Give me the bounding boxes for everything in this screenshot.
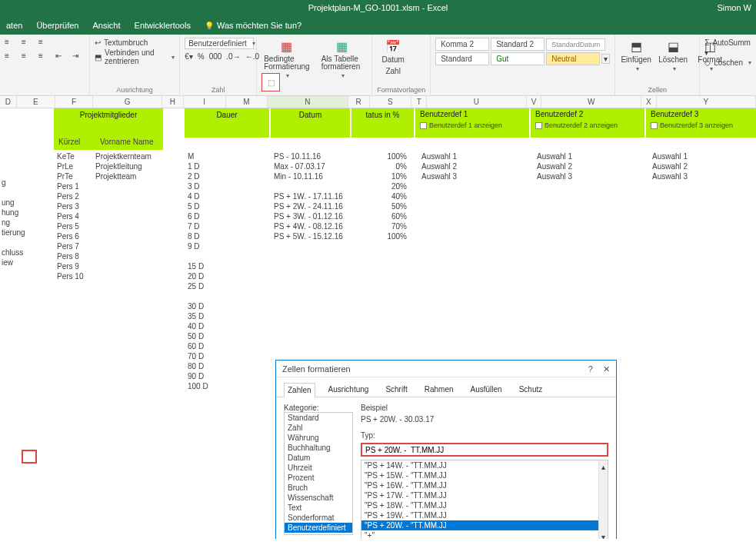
scroll-up-icon[interactable]: ▴ (601, 462, 605, 472)
kategorie-label: Kategorie: (284, 404, 353, 412)
autosum-button[interactable]: ΣAutoSumm (704, 38, 751, 48)
leftcol-cells: gunghungngtierungchlussiew (2, 178, 25, 268)
delete-cells-button[interactable]: ⬓Löschen (657, 38, 689, 74)
style-gallery-more-icon[interactable]: ▾ (601, 54, 610, 64)
style-standard[interactable]: Standard (435, 52, 489, 65)
col-T[interactable]: T (411, 96, 427, 108)
type-list[interactable]: "PS + 14W. - "TT.MM.JJ "PS + 15W. - "TT.… (361, 460, 608, 539)
checkbox-bd3[interactable] (651, 122, 658, 129)
group-label-styles: Formatvorlagen (377, 85, 425, 94)
tab-schutz[interactable]: Schutz (515, 382, 547, 397)
tab-schrift[interactable]: Schrift (381, 382, 411, 397)
tab-daten[interactable]: aten (6, 21, 22, 30)
conditional-formatting-icon: ▦ (281, 39, 292, 54)
column-headers[interactable]: D E F G H I M N R S T U V W X Y (0, 96, 756, 108)
tab-ausfullen[interactable]: Ausfüllen (467, 382, 506, 397)
align-bottom-icon[interactable]: ≡ (38, 38, 51, 50)
tab-ausrichtung[interactable]: Ausrichtung (325, 382, 373, 397)
wrap-text-button[interactable]: ↩Textumbruch (95, 38, 175, 48)
tab-uberprufen[interactable]: Überprüfen (36, 21, 78, 30)
kurzel-cells: KeTePrLePrTePers 1Pers 2Pers 3Pers 4Pers… (57, 151, 83, 281)
style-standard2[interactable]: Standard 2 (491, 38, 545, 51)
style-neutral[interactable]: Neutral (546, 52, 600, 65)
format-cells-dialog: Zellen formatieren ? ✕ Zahlen Ausrichtun… (275, 360, 617, 539)
col-E[interactable]: E (17, 96, 55, 108)
header-bd1: Benutzerdef 1 (415, 108, 529, 120)
bd1-cells: Auswahl 1Auswahl 2Auswahl 3 (421, 151, 457, 181)
col-S[interactable]: S (370, 96, 412, 108)
indent-decrease-icon[interactable]: ⇤ (55, 52, 68, 64)
typ-input[interactable] (361, 443, 608, 457)
align-right-icon[interactable]: ≡ (38, 52, 51, 64)
merge-icon: ⬒ (95, 53, 102, 61)
delete-icon: ⬓ (668, 39, 679, 54)
col-U[interactable]: U (427, 96, 526, 108)
col-F[interactable]: F (55, 96, 94, 108)
dialog-titlebar[interactable]: Zellen formatieren ? ✕ (276, 361, 616, 377)
col-V[interactable]: V (527, 96, 542, 108)
beispiel-value: PS + 20W. - 30.03.17 (361, 415, 608, 424)
insert-cells-button[interactable]: ⬒Einfügen (620, 38, 652, 74)
col-M[interactable]: M (226, 96, 268, 108)
worksheet-grid[interactable]: Projektmitglieder Dauer Datum tatus in %… (0, 108, 756, 539)
col-D[interactable]: D (0, 96, 17, 108)
style-komma2[interactable]: Komma 2 (435, 38, 489, 51)
help-icon[interactable]: ? (588, 364, 593, 374)
header-datum: Datum (271, 108, 350, 119)
group-label-number: Zahl (185, 85, 251, 94)
type-list-scrollbar[interactable]: ▴▾ (598, 460, 608, 539)
tab-zahlen[interactable]: Zahlen (284, 383, 315, 397)
table-icon: ▦ (336, 39, 348, 54)
header-projektmitglieder: Projektmitglieder (54, 108, 163, 119)
col-G[interactable]: G (93, 96, 162, 108)
indent-increase-icon[interactable]: ⇥ (72, 52, 85, 64)
col-X[interactable]: X (641, 96, 657, 108)
ribbon-tabs: aten Überprüfen Ansicht Entwicklertools … (0, 15, 756, 35)
increase-decimal-icon[interactable]: .0→ (226, 52, 240, 61)
currency-icon[interactable]: €▾ (185, 52, 193, 61)
bd3-cells: Auswahl 1Auswahl 2Auswahl 3 (652, 151, 688, 181)
align-top-icon[interactable]: ≡ (5, 38, 17, 50)
group-label-alignment: Ausrichtung (95, 85, 175, 94)
col-R[interactable]: R (348, 96, 370, 108)
style-gut[interactable]: Gut (491, 52, 545, 65)
user-name: Simon W (717, 0, 751, 15)
col-H[interactable]: H (162, 96, 184, 108)
merge-center-button[interactable]: ⬒Verbinden und zentrieren (95, 48, 175, 66)
category-list[interactable]: Standard Zahl Währung Buchhaltung Datum … (284, 412, 353, 535)
status-cells: 100%0%10%20%40%50%60%70%100% (351, 151, 407, 241)
format-as-table-button[interactable]: ▦ Als Tabelle formatieren (317, 38, 368, 81)
insert-icon: ⬒ (631, 39, 642, 54)
col-N[interactable]: N (268, 96, 348, 108)
tab-ansicht[interactable]: Ansicht (92, 21, 120, 30)
number-format-dropdown[interactable]: Benutzerdefiniert (185, 38, 254, 49)
vorname-cells: ProjektkernteamProjektleitungProjektteam (95, 151, 152, 181)
clear-button[interactable]: ◇Löschen (704, 58, 751, 68)
zahl-style-button[interactable]: Zahl (377, 65, 409, 77)
checkbox-bd1[interactable] (420, 122, 427, 129)
col-Y[interactable]: Y (657, 96, 756, 108)
style-standarddatum[interactable]: StandardDatum (546, 38, 605, 51)
percent-icon[interactable]: % (198, 52, 205, 61)
dialog-title-text: Zellen formatieren (282, 361, 351, 377)
col-I[interactable]: I (184, 96, 226, 108)
align-middle-icon[interactable]: ≡ (22, 38, 34, 50)
tell-me-input[interactable]: Was möchten Sie tun? (205, 21, 301, 30)
tab-rahmen[interactable]: Rahmen (421, 382, 458, 397)
col-W[interactable]: W (541, 96, 641, 108)
datum-cells: PS - 10.11.16Max - 07.03.17Min - 10.11.1… (274, 151, 343, 241)
checkbox-bd2[interactable] (535, 122, 542, 129)
fill-button[interactable]: ▾ (704, 48, 751, 58)
comma-style-icon[interactable]: 000 (209, 52, 222, 61)
scroll-down-icon[interactable]: ▾ (601, 532, 605, 539)
close-icon[interactable]: ✕ (603, 364, 610, 374)
datum-style-button[interactable]: 📅 Datum (377, 38, 409, 65)
header-bd2: Benutzerdef 2 (531, 108, 644, 120)
header-bd3: Benutzerdef 3 (646, 108, 756, 120)
align-center-icon[interactable]: ≡ (22, 52, 34, 64)
subheader-kurzel: Kürzel (54, 138, 80, 146)
align-left-icon[interactable]: ≡ (5, 52, 17, 64)
sigma-icon: Σ (704, 38, 709, 47)
dialog-tabs: Zahlen Ausrichtung Schrift Rahmen Ausfül… (276, 377, 616, 397)
tab-entwicklertools[interactable]: Entwicklertools (135, 21, 191, 30)
